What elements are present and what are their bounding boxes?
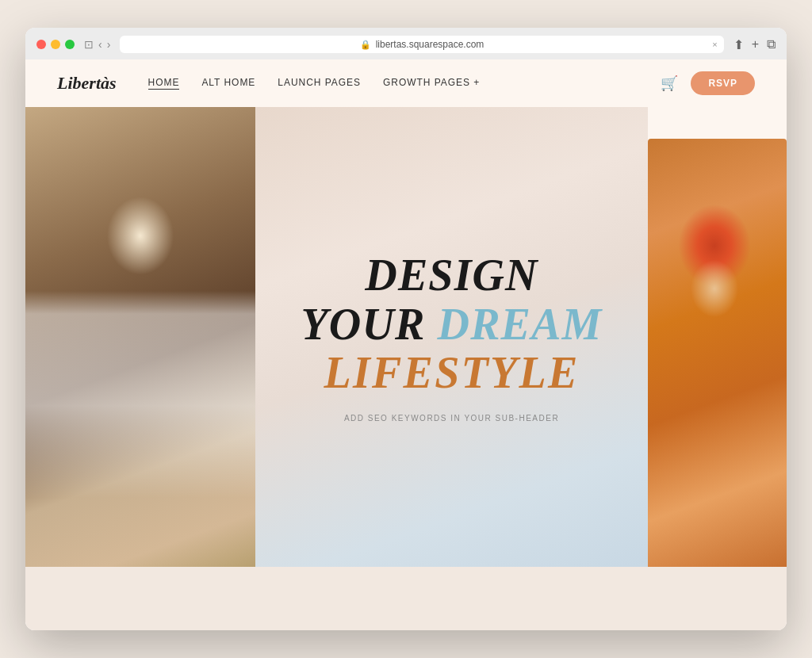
bottom-area <box>25 567 787 630</box>
back-button[interactable]: ‹ <box>98 38 102 51</box>
site-logo[interactable]: Libertàs <box>57 73 117 94</box>
url-text: libertas.squarespace.com <box>376 39 485 50</box>
forward-button[interactable]: › <box>107 38 111 51</box>
windows-icon[interactable]: ⧉ <box>767 37 776 52</box>
nav-item-alt-home[interactable]: ALT HOME <box>201 77 255 90</box>
maximize-button[interactable] <box>65 40 75 49</box>
new-tab-icon[interactable]: + <box>752 37 759 52</box>
address-bar[interactable]: 🔒 libertas.squarespace.com × <box>120 36 723 53</box>
close-tab-button[interactable]: × <box>712 40 717 49</box>
right-photo-placeholder <box>648 139 787 567</box>
left-photo-placeholder <box>25 107 255 567</box>
headline-design: DESIGN <box>301 251 603 300</box>
browser-controls: ⊡ ‹ › <box>84 38 110 51</box>
close-button[interactable] <box>36 40 46 49</box>
nav-item-home[interactable]: HOME <box>148 77 180 90</box>
browser-chrome: ⊡ ‹ › 🔒 libertas.squarespace.com × ⬆ + ⧉ <box>25 28 787 59</box>
nav-right: 🛒 RSVP <box>661 71 755 95</box>
nav-item-growth-pages[interactable]: GROWTH PAGES + <box>383 77 480 90</box>
cart-icon[interactable]: 🛒 <box>661 75 678 92</box>
traffic-lights <box>36 40 75 49</box>
nav-links: HOME ALT HOME LAUNCH PAGES GROWTH PAGES … <box>148 77 661 90</box>
rsvp-button[interactable]: RSVP <box>691 71 755 95</box>
share-icon[interactable]: ⬆ <box>733 37 744 52</box>
website: Libertàs HOME ALT HOME LAUNCH PAGES GROW… <box>25 59 787 630</box>
headline-lifestyle: LIFESTYLE <box>301 349 603 398</box>
headline-dream: DREAM <box>438 300 603 349</box>
lock-icon: 🔒 <box>360 40 371 50</box>
hero-section: DESIGN YOUR DREAM LIFESTYLE ADD SEO KEYW… <box>25 107 787 567</box>
hero-headline: DESIGN YOUR DREAM LIFESTYLE <box>301 251 603 398</box>
headline-line2: YOUR DREAM <box>301 300 603 350</box>
nav-item-launch-pages[interactable]: LAUNCH PAGES <box>278 77 361 90</box>
headline-your: YOUR <box>301 300 438 349</box>
hero-center-content: DESIGN YOUR DREAM LIFESTYLE ADD SEO KEYW… <box>255 107 648 567</box>
main-nav: Libertàs HOME ALT HOME LAUNCH PAGES GROW… <box>25 59 787 107</box>
window-icon[interactable]: ⊡ <box>84 38 94 51</box>
browser-actions: ⬆ + ⧉ <box>733 37 776 52</box>
hero-subheader: ADD SEO KEYWORDS IN YOUR SUB-HEADER <box>344 414 559 423</box>
browser-window: ⊡ ‹ › 🔒 libertas.squarespace.com × ⬆ + ⧉… <box>25 28 787 630</box>
hero-right-image <box>648 139 787 567</box>
hero-left-image <box>25 107 255 567</box>
minimize-button[interactable] <box>51 40 60 49</box>
